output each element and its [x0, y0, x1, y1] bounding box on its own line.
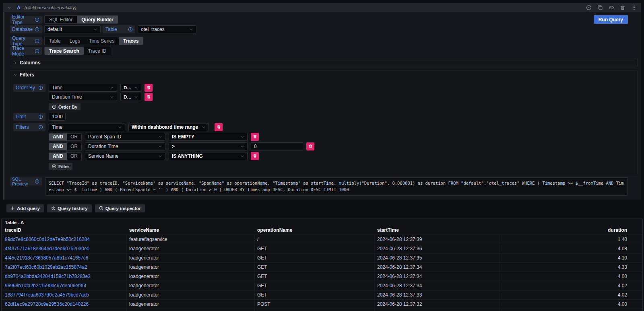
- eye-icon[interactable]: [609, 5, 614, 10]
- column-header-servicename[interactable]: serviceName: [127, 227, 255, 233]
- info-icon[interactable]: [35, 17, 39, 22]
- trash-icon: [253, 153, 257, 159]
- trace-id-link[interactable]: 4f45c21918c73698057a8b1c741657c6: [5, 255, 89, 261]
- filter-field-select[interactable]: Duration Time: [85, 142, 165, 150]
- remove-filter-button[interactable]: [215, 123, 223, 131]
- or-option[interactable]: OR: [67, 153, 81, 160]
- duration-cell: 4.10: [500, 253, 642, 262]
- chevron-down-icon: [240, 144, 244, 148]
- remove-button[interactable]: [251, 152, 259, 160]
- trace-id-link[interactable]: db9704a2bbda34204d159c71b78283e3: [5, 274, 91, 279]
- filter-field-select[interactable]: Parent Span ID: [85, 133, 165, 141]
- remove-button[interactable]: [251, 133, 259, 141]
- columns-section-header[interactable]: Columns: [10, 58, 637, 67]
- drag-handle-icon[interactable]: [631, 5, 637, 10]
- trace-id-link[interactable]: 1887794f7eaa6037d0e2a4579bcd7acb: [5, 292, 89, 298]
- option-trace-search[interactable]: Trace Search: [45, 47, 84, 55]
- table-select[interactable]: otel_traces: [138, 25, 196, 33]
- info-icon[interactable]: [35, 49, 39, 54]
- columns-section: Columns: [10, 58, 638, 67]
- add-order-by-button[interactable]: Order By: [49, 103, 80, 110]
- filters-section-body: Order By TimeDESCDuration TimeDESC Order…: [10, 79, 637, 174]
- or-option[interactable]: OR: [67, 134, 81, 140]
- run-query-button[interactable]: Run Query: [594, 15, 628, 24]
- order-by-field-select[interactable]: Time: [49, 84, 117, 92]
- filter-value-input[interactable]: 0: [251, 142, 303, 150]
- and-option[interactable]: AND: [49, 153, 67, 160]
- query-inspector-button[interactable]: Query inspector: [95, 204, 145, 212]
- table-row: 7a2f07ecf63c60b1029ab2ac155874a2loadgene…: [2, 262, 642, 272]
- info-icon[interactable]: [128, 27, 133, 32]
- table-header-row: traceIDserviceNameoperationNamestartTime…: [2, 226, 642, 235]
- filter-field-select[interactable]: Service Name: [85, 152, 165, 160]
- trace-id-link[interactable]: 89dc7e8c6060c0d12de7e9b50c216284: [5, 237, 90, 242]
- and-option[interactable]: AND: [49, 134, 67, 140]
- option-time-series[interactable]: Time Series: [85, 37, 119, 45]
- order-by-block: Order By TimeDESCDuration TimeDESC Order…: [13, 84, 634, 110]
- remove-button[interactable]: [144, 84, 153, 92]
- column-header-duration[interactable]: duration: [500, 227, 642, 233]
- and-option[interactable]: AND: [49, 143, 67, 150]
- filters-section-header[interactable]: Filters: [10, 70, 637, 79]
- filter-operator-select[interactable]: >: [169, 142, 248, 150]
- trace-id-link[interactable]: 96968b10fa2b2c1590bc67dea06ef35f: [5, 283, 86, 288]
- order-by-field-select[interactable]: Duration Time: [49, 93, 117, 101]
- info-icon[interactable]: [35, 179, 39, 184]
- database-table-row: Database default Table otel_traces: [10, 25, 638, 33]
- option-table[interactable]: Table: [45, 37, 65, 45]
- order-by-direction-select[interactable]: DESC: [120, 93, 141, 101]
- filter-operator-select[interactable]: IS ANYTHING: [169, 152, 248, 160]
- and-or-toggle: ANDOR: [49, 152, 82, 160]
- option-sql-editor[interactable]: SQL Editor: [45, 16, 77, 23]
- trace-id-link[interactable]: 4f497571a618e364ed7ded60752030e0: [5, 246, 89, 251]
- column-header-starttime[interactable]: startTime: [375, 227, 500, 233]
- info-icon[interactable]: [35, 39, 39, 43]
- service-name-cell: loadgenerator: [127, 244, 255, 253]
- option-logs[interactable]: Logs: [65, 37, 85, 45]
- filter-operator-select[interactable]: IS EMPTY: [169, 133, 248, 141]
- button-label: Query history: [58, 206, 88, 211]
- operation-name-cell: POST: [255, 300, 375, 309]
- query-type-label: Query Type: [10, 37, 42, 45]
- service-name-cell: loadgenerator: [127, 272, 255, 281]
- info-icon[interactable]: [38, 125, 43, 130]
- trash-icon: [253, 134, 257, 140]
- order-by-direction-select[interactable]: DESC: [120, 84, 141, 92]
- column-header-traceid[interactable]: traceID: [2, 227, 127, 233]
- info-icon[interactable]: [35, 27, 39, 32]
- remove-button[interactable]: [144, 93, 153, 101]
- limit-input[interactable]: 1000: [49, 113, 66, 121]
- column-header-operationname[interactable]: operationName: [255, 227, 375, 233]
- trash-icon: [217, 124, 221, 130]
- duplicate-icon[interactable]: [597, 5, 603, 10]
- database-select[interactable]: default: [44, 25, 101, 33]
- results-table: traceIDserviceNameoperationNamestartTime…: [2, 226, 642, 311]
- add-filter-button[interactable]: Filter: [49, 163, 72, 170]
- start-time-cell: 2024-06-28 12:37:33: [375, 290, 500, 299]
- filter-field-value: Time: [52, 124, 62, 130]
- help-circle-icon[interactable]: [586, 5, 592, 10]
- order-by-direction-select-value: DESC: [124, 95, 134, 99]
- time-filter-row: Time Within dashboard time range: [49, 123, 314, 131]
- query-row-header[interactable]: A (clickhouse-observability): [3, 3, 641, 12]
- remove-button[interactable]: [306, 142, 314, 150]
- option-traces[interactable]: Traces: [119, 37, 143, 45]
- trace-id-link[interactable]: 62df1ec9a29728c9e29536c20d140226: [5, 301, 89, 307]
- filter-operator-select[interactable]: Within dashboard time range: [128, 123, 209, 131]
- query-history-button[interactable]: Query history: [47, 204, 92, 212]
- option-query-builder[interactable]: Query Builder: [77, 16, 118, 23]
- database-select-value: default: [47, 27, 62, 32]
- trash-icon[interactable]: [620, 5, 625, 10]
- plus-icon: [10, 206, 15, 210]
- option-trace-id[interactable]: Trace ID: [84, 47, 111, 55]
- info-icon[interactable]: [38, 114, 43, 119]
- trace-id-link[interactable]: 7a2f07ecf63c60b1029ab2ac155874a2: [5, 264, 87, 270]
- collapse-chevron-icon[interactable]: [7, 6, 11, 10]
- or-option[interactable]: OR: [67, 143, 81, 150]
- filter-field-select[interactable]: Time: [49, 123, 125, 131]
- info-icon[interactable]: [38, 85, 43, 90]
- trace-id-cell: 4f45c21918c73698057a8b1c741657c6: [2, 253, 127, 262]
- trash-icon: [147, 85, 151, 91]
- service-name-cell: loadgenerator: [127, 300, 255, 309]
- add-query-button[interactable]: Add query: [6, 204, 44, 212]
